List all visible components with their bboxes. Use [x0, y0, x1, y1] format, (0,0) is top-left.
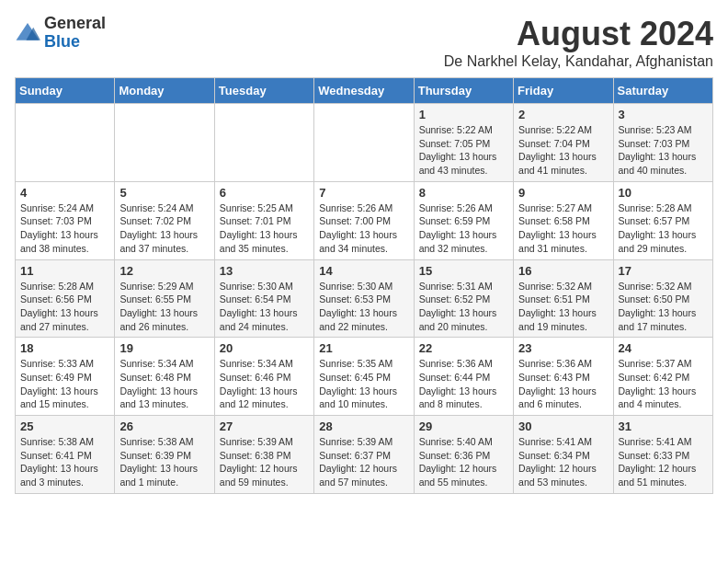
day-number: 9	[518, 186, 608, 200]
page-title: August 2024	[444, 15, 713, 53]
page-header: General Blue August 2024 De Narkhel Kela…	[15, 15, 713, 70]
day-number: 10	[619, 186, 708, 200]
calendar-cell: 13Sunrise: 5:30 AM Sunset: 6:54 PM Dayli…	[214, 259, 313, 338]
weekday-wednesday: Wednesday	[314, 78, 414, 104]
weekday-sunday: Sunday	[16, 78, 115, 104]
day-info: Sunrise: 5:34 AM Sunset: 6:46 PM Dayligh…	[220, 357, 309, 411]
day-number: 17	[619, 264, 708, 278]
calendar-cell: 2Sunrise: 5:22 AM Sunset: 7:04 PM Daylig…	[514, 104, 613, 182]
day-number: 4	[20, 186, 109, 200]
day-number: 23	[518, 341, 608, 355]
calendar-cell: 5Sunrise: 5:24 AM Sunset: 7:02 PM Daylig…	[115, 181, 214, 259]
calendar-cell: 6Sunrise: 5:25 AM Sunset: 7:01 PM Daylig…	[214, 181, 313, 259]
calendar-cell: 12Sunrise: 5:29 AM Sunset: 6:55 PM Dayli…	[115, 259, 214, 338]
calendar-cell: 18Sunrise: 5:33 AM Sunset: 6:49 PM Dayli…	[16, 338, 115, 416]
day-info: Sunrise: 5:39 AM Sunset: 6:38 PM Dayligh…	[220, 435, 309, 489]
calendar-cell: 21Sunrise: 5:35 AM Sunset: 6:45 PM Dayli…	[314, 338, 414, 416]
weekday-thursday: Thursday	[414, 78, 513, 104]
calendar-cell: 10Sunrise: 5:28 AM Sunset: 6:57 PM Dayli…	[613, 181, 712, 259]
day-info: Sunrise: 5:31 AM Sunset: 6:52 PM Dayligh…	[419, 280, 508, 334]
calendar-cell: 20Sunrise: 5:34 AM Sunset: 6:46 PM Dayli…	[214, 338, 313, 416]
calendar-cell: 22Sunrise: 5:36 AM Sunset: 6:44 PM Dayli…	[414, 338, 513, 416]
day-info: Sunrise: 5:34 AM Sunset: 6:48 PM Dayligh…	[119, 357, 209, 411]
day-number: 5	[119, 186, 209, 200]
calendar-cell: 24Sunrise: 5:37 AM Sunset: 6:42 PM Dayli…	[613, 338, 712, 416]
calendar-cell: 23Sunrise: 5:36 AM Sunset: 6:43 PM Dayli…	[514, 338, 613, 416]
day-number: 28	[319, 419, 408, 433]
day-info: Sunrise: 5:26 AM Sunset: 6:59 PM Dayligh…	[419, 201, 508, 256]
day-number: 29	[419, 419, 508, 433]
day-info: Sunrise: 5:39 AM Sunset: 6:37 PM Dayligh…	[319, 435, 408, 489]
calendar-cell: 30Sunrise: 5:41 AM Sunset: 6:34 PM Dayli…	[514, 416, 613, 494]
day-info: Sunrise: 5:26 AM Sunset: 7:00 PM Dayligh…	[319, 201, 408, 256]
day-number: 27	[220, 419, 309, 433]
day-number: 14	[319, 264, 408, 278]
day-number: 30	[518, 419, 608, 433]
day-info: Sunrise: 5:36 AM Sunset: 6:43 PM Dayligh…	[518, 357, 608, 411]
calendar-body: 1Sunrise: 5:22 AM Sunset: 7:05 PM Daylig…	[16, 104, 713, 494]
day-info: Sunrise: 5:35 AM Sunset: 6:45 PM Dayligh…	[319, 357, 408, 411]
day-info: Sunrise: 5:38 AM Sunset: 6:41 PM Dayligh…	[20, 435, 109, 489]
day-number: 24	[619, 341, 708, 355]
calendar-cell: 25Sunrise: 5:38 AM Sunset: 6:41 PM Dayli…	[16, 416, 115, 494]
day-number: 16	[518, 264, 608, 278]
day-info: Sunrise: 5:28 AM Sunset: 6:57 PM Dayligh…	[619, 201, 708, 256]
day-info: Sunrise: 5:40 AM Sunset: 6:36 PM Dayligh…	[419, 435, 508, 489]
calendar-cell: 3Sunrise: 5:23 AM Sunset: 7:03 PM Daylig…	[613, 104, 712, 182]
calendar-cell: 28Sunrise: 5:39 AM Sunset: 6:37 PM Dayli…	[314, 416, 414, 494]
day-number: 22	[419, 341, 508, 355]
week-row-5: 25Sunrise: 5:38 AM Sunset: 6:41 PM Dayli…	[16, 416, 713, 494]
day-info: Sunrise: 5:22 AM Sunset: 7:05 PM Dayligh…	[419, 123, 508, 178]
title-block: August 2024 De Narkhel Kelay, Kandahar, …	[444, 15, 713, 70]
calendar-cell: 19Sunrise: 5:34 AM Sunset: 6:48 PM Dayli…	[115, 338, 214, 416]
day-info: Sunrise: 5:24 AM Sunset: 7:03 PM Dayligh…	[20, 201, 109, 256]
day-number: 19	[119, 341, 209, 355]
calendar-cell	[16, 104, 115, 182]
calendar-cell	[115, 104, 214, 182]
calendar-cell: 4Sunrise: 5:24 AM Sunset: 7:03 PM Daylig…	[16, 181, 115, 259]
day-number: 20	[220, 341, 309, 355]
calendar-cell: 15Sunrise: 5:31 AM Sunset: 6:52 PM Dayli…	[414, 259, 513, 338]
week-row-4: 18Sunrise: 5:33 AM Sunset: 6:49 PM Dayli…	[16, 338, 713, 416]
calendar-cell: 1Sunrise: 5:22 AM Sunset: 7:05 PM Daylig…	[414, 104, 513, 182]
calendar-cell: 29Sunrise: 5:40 AM Sunset: 6:36 PM Dayli…	[414, 416, 513, 494]
day-number: 2	[518, 108, 608, 121]
calendar-cell	[214, 104, 313, 182]
day-number: 25	[20, 419, 109, 433]
day-info: Sunrise: 5:29 AM Sunset: 6:55 PM Dayligh…	[119, 280, 209, 334]
weekday-friday: Friday	[514, 78, 613, 104]
day-info: Sunrise: 5:30 AM Sunset: 6:54 PM Dayligh…	[220, 280, 309, 334]
day-info: Sunrise: 5:27 AM Sunset: 6:58 PM Dayligh…	[518, 201, 608, 256]
weekday-monday: Monday	[115, 78, 214, 104]
calendar-cell	[314, 104, 414, 182]
calendar-cell: 27Sunrise: 5:39 AM Sunset: 6:38 PM Dayli…	[214, 416, 313, 494]
day-info: Sunrise: 5:25 AM Sunset: 7:01 PM Dayligh…	[220, 201, 309, 256]
calendar-cell: 16Sunrise: 5:32 AM Sunset: 6:51 PM Dayli…	[514, 259, 613, 338]
calendar-table: SundayMondayTuesdayWednesdayThursdayFrid…	[15, 77, 713, 494]
day-number: 6	[220, 186, 309, 200]
logo-general-text: General	[44, 14, 106, 32]
day-info: Sunrise: 5:41 AM Sunset: 6:34 PM Dayligh…	[518, 435, 608, 489]
calendar-cell: 31Sunrise: 5:41 AM Sunset: 6:33 PM Dayli…	[613, 416, 712, 494]
day-info: Sunrise: 5:28 AM Sunset: 6:56 PM Dayligh…	[20, 280, 109, 334]
day-info: Sunrise: 5:23 AM Sunset: 7:03 PM Dayligh…	[619, 123, 708, 178]
calendar-cell: 8Sunrise: 5:26 AM Sunset: 6:59 PM Daylig…	[414, 181, 513, 259]
day-info: Sunrise: 5:22 AM Sunset: 7:04 PM Dayligh…	[518, 123, 608, 178]
day-number: 31	[619, 419, 708, 433]
page-subtitle: De Narkhel Kelay, Kandahar, Afghanistan	[444, 53, 713, 70]
day-info: Sunrise: 5:30 AM Sunset: 6:53 PM Dayligh…	[319, 280, 408, 334]
logo: General Blue	[15, 15, 106, 52]
day-number: 26	[119, 419, 209, 433]
calendar-cell: 26Sunrise: 5:38 AM Sunset: 6:39 PM Dayli…	[115, 416, 214, 494]
calendar-header: SundayMondayTuesdayWednesdayThursdayFrid…	[16, 78, 713, 104]
calendar-cell: 9Sunrise: 5:27 AM Sunset: 6:58 PM Daylig…	[514, 181, 613, 259]
day-number: 1	[419, 108, 508, 121]
calendar-cell: 7Sunrise: 5:26 AM Sunset: 7:00 PM Daylig…	[314, 181, 414, 259]
weekday-row: SundayMondayTuesdayWednesdayThursdayFrid…	[16, 78, 713, 104]
week-row-1: 1Sunrise: 5:22 AM Sunset: 7:05 PM Daylig…	[16, 104, 713, 182]
day-info: Sunrise: 5:38 AM Sunset: 6:39 PM Dayligh…	[119, 435, 209, 489]
week-row-3: 11Sunrise: 5:28 AM Sunset: 6:56 PM Dayli…	[16, 259, 713, 338]
logo-blue-text: Blue	[44, 32, 80, 51]
day-info: Sunrise: 5:32 AM Sunset: 6:51 PM Dayligh…	[518, 280, 608, 334]
week-row-2: 4Sunrise: 5:24 AM Sunset: 7:03 PM Daylig…	[16, 181, 713, 259]
